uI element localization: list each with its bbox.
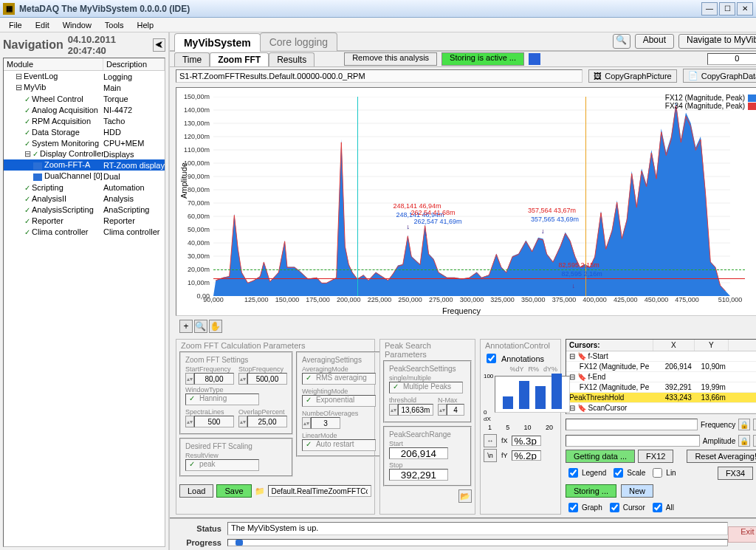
- tree-row[interactable]: EventLogLogging: [4, 71, 165, 82]
- copy-graph-picture-button[interactable]: 🖼CopyGraphPicture: [588, 69, 677, 83]
- menu-file[interactable]: File: [3, 19, 28, 31]
- up-icon[interactable]: ↕: [753, 435, 756, 447]
- navigate-button[interactable]: Navigate to MyVib: [678, 34, 756, 49]
- tree-row[interactable]: Clima controllerClima controller: [4, 226, 165, 237]
- tab-core-logging[interactable]: Core logging: [260, 32, 337, 51]
- menu-help[interactable]: Help: [131, 19, 160, 31]
- scan-icon[interactable]: ⟳: [753, 419, 756, 430]
- tree-row[interactable]: Data StorageHDD: [4, 126, 165, 137]
- stopfreq-spinner[interactable]: ▴▾: [238, 373, 247, 385]
- cursor-f-Start[interactable]: [357, 97, 358, 296]
- resultview-dropdown[interactable]: peak: [185, 459, 259, 471]
- fy-left-icon[interactable]: \n: [484, 449, 497, 462]
- windowtype-dropdown[interactable]: Hanning: [185, 393, 259, 405]
- storing-status-button[interactable]: Storing is active ...: [441, 52, 524, 66]
- tree-row[interactable]: AnalysisScriptingAnaScripting: [4, 204, 165, 215]
- linmode-dropdown[interactable]: Auto restart: [302, 439, 376, 451]
- avgmode-dropdown[interactable]: RMS averaging: [302, 373, 376, 385]
- subtab-results[interactable]: Results: [269, 52, 315, 66]
- tree-row[interactable]: AnalysisIIAnalysis: [4, 193, 165, 204]
- fft-chart[interactable]: Amplitude Frequency FX12 (Magnitude, Pea…: [176, 87, 756, 315]
- overlap-input[interactable]: [247, 416, 287, 427]
- check-lin[interactable]: Lin: [650, 466, 676, 480]
- singlemultiple-dropdown[interactable]: Multiple Peaks: [389, 382, 463, 393]
- remove-analysis-button[interactable]: Remove this analysis: [344, 52, 437, 66]
- tree-row[interactable]: MyVibMain: [4, 82, 165, 93]
- chart-tool-crosshair[interactable]: +: [179, 320, 193, 333]
- load-button[interactable]: Load: [179, 484, 213, 498]
- fx34-button[interactable]: FX34: [718, 467, 753, 480]
- getting-data-button[interactable]: Getting data ...: [566, 450, 635, 463]
- close-button[interactable]: ✕: [737, 2, 753, 16]
- cursor-row[interactable]: FX12 (Magnitude, Pe392,29119,99m: [566, 382, 756, 393]
- exit-button[interactable]: Exit: [728, 526, 756, 543]
- storing-button[interactable]: Storing ...: [566, 484, 616, 498]
- tab-myvibsystem[interactable]: MyVibSystem: [174, 33, 261, 52]
- module-tree[interactable]: EventLogLoggingMyVibMainWheel ControlTor…: [4, 71, 165, 546]
- subtab-time[interactable]: Time: [174, 52, 210, 66]
- tree-row[interactable]: Wheel ControlTorque: [4, 93, 165, 104]
- open-folder-icon[interactable]: 📂: [458, 489, 472, 503]
- tree-row[interactable]: ScriptingAutomation: [4, 182, 165, 193]
- spectralines-input[interactable]: [194, 416, 234, 427]
- check-legend[interactable]: Legend: [566, 466, 606, 480]
- numavg-spinner[interactable]: ▴▾: [302, 417, 311, 429]
- reset-averaging-button[interactable]: Reset Averaging!: [687, 450, 756, 463]
- numavg-input[interactable]: [311, 417, 340, 429]
- config-filename[interactable]: [268, 485, 371, 497]
- minimize-button[interactable]: —: [701, 2, 718, 16]
- tree-row[interactable]: System MonitoringCPU+MEM: [4, 137, 165, 148]
- stopfreq-input[interactable]: [247, 373, 287, 385]
- chart-tool-zoom[interactable]: 🔍: [194, 320, 207, 333]
- spectralines-spinner[interactable]: ▴▾: [185, 416, 194, 427]
- new-button[interactable]: New: [621, 484, 653, 498]
- menu-window[interactable]: Window: [57, 19, 97, 31]
- check-cursor[interactable]: Cursor: [607, 501, 645, 515]
- fy-format[interactable]: [512, 450, 541, 461]
- check-graph[interactable]: Graph: [566, 501, 602, 515]
- range-stop-input[interactable]: [389, 469, 448, 481]
- range-start-input[interactable]: [389, 447, 448, 459]
- cursor-row[interactable]: ⊟ 🔖 ScanCursor: [566, 403, 756, 413]
- fx12-button[interactable]: FX12: [638, 450, 673, 463]
- startfreq-spinner[interactable]: ▴▾: [185, 373, 194, 385]
- tree-row[interactable]: ReporterReporter: [4, 215, 165, 226]
- fx-format[interactable]: [512, 436, 541, 446]
- menu-tools[interactable]: Tools: [99, 19, 130, 31]
- tree-row[interactable]: RPM AcquisitionTacho: [4, 115, 165, 126]
- amplitude-input[interactable]: [566, 435, 700, 447]
- startfreq-input[interactable]: [194, 373, 234, 385]
- tree-row[interactable]: Display ControllerDisplays: [4, 148, 165, 159]
- lock-icon[interactable]: 🔒: [738, 419, 750, 430]
- copy-graph-data-button[interactable]: 📄CopyGraphData: [683, 69, 756, 83]
- threshold-input[interactable]: [398, 404, 433, 416]
- save-button[interactable]: Save: [216, 484, 251, 498]
- cursors-table[interactable]: Cursors: X Y ⊟ 🔖 f-Start FX12 (Magnitude…: [566, 339, 756, 414]
- check-scale[interactable]: Scale: [611, 466, 645, 480]
- lock2-icon[interactable]: 🔒: [738, 435, 750, 447]
- nmax-input[interactable]: [447, 404, 464, 416]
- menu-edit[interactable]: Edit: [30, 19, 55, 31]
- maximize-button[interactable]: ☐: [719, 2, 735, 16]
- weightmode-dropdown[interactable]: Exponential: [302, 395, 376, 407]
- cursor-f-End[interactable]: [585, 97, 586, 296]
- cursor-row[interactable]: ⊟ 🔖 f-Start: [566, 351, 756, 362]
- tree-row[interactable]: Zoom-FFT-ART-Zoom display: [4, 159, 165, 171]
- nav-collapse-button[interactable]: ⮜: [153, 38, 165, 52]
- threshold-spinner[interactable]: ▴▾: [389, 404, 398, 416]
- chart-tool-pan[interactable]: ✋: [209, 320, 222, 333]
- fx-left-icon[interactable]: ↔: [484, 434, 497, 447]
- frequency-input[interactable]: [566, 419, 698, 430]
- search-icon[interactable]: 🔍: [613, 34, 630, 49]
- subtab-zoom-fft[interactable]: Zoom FFT: [210, 52, 269, 66]
- tree-row[interactable]: Analog AcquisitionNI-4472: [4, 104, 165, 115]
- about-button[interactable]: About: [635, 34, 674, 49]
- annotations-checkbox[interactable]: Annotations: [484, 351, 557, 365]
- cursor-row[interactable]: FX12 (Magnitude, Pe206,91410,90m: [566, 362, 756, 372]
- nmax-spinner[interactable]: ▴▾: [438, 404, 447, 416]
- cursor-row[interactable]: PeakThreshHold433,24313,66m: [566, 393, 756, 403]
- tree-row[interactable]: DualChannel [0]Dual: [4, 171, 165, 182]
- check-all[interactable]: All: [650, 501, 674, 515]
- cursor-row[interactable]: ⊟ 🔖 f-End: [566, 372, 756, 382]
- overlap-spinner[interactable]: ▴▾: [238, 416, 247, 427]
